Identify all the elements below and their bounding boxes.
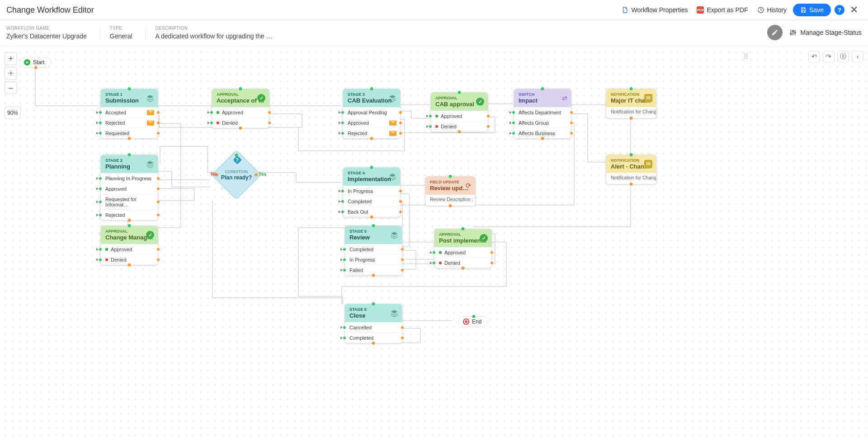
redo-button[interactable]: ↷: [823, 51, 835, 62]
layers-icon: [388, 94, 396, 102]
status-label: Completed: [348, 199, 372, 204]
status-label: Approved: [222, 110, 243, 115]
history-icon: [757, 6, 764, 14]
condition-node[interactable]: CONDITIONPlan ready?: [216, 154, 257, 195]
zoom-fit-button[interactable]: [5, 67, 17, 80]
stage2-node[interactable]: STAGE 2Planning Planning In ProgressAppr…: [100, 154, 158, 220]
page-title: Change Workflow Editor: [6, 5, 94, 15]
status-row[interactable]: Approved: [431, 111, 488, 121]
approval-acceptance-node[interactable]: APPROVALAcceptance of the… ApprovedDenie…: [212, 89, 269, 128]
pencil-icon: [771, 29, 778, 36]
status-label: Approved: [348, 120, 369, 126]
pdf-icon: PDF: [697, 6, 704, 14]
description-value: A dedicated workflow for upgrading the …: [156, 33, 273, 40]
status-row[interactable]: Approved: [212, 107, 269, 117]
zoom-in-button[interactable]: +: [5, 52, 17, 65]
status-row[interactable]: In Progress: [343, 186, 400, 196]
clear-button[interactable]: ⓧ: [837, 51, 849, 62]
stage1-node[interactable]: STAGE 1Submission AcceptedRejectedReques…: [100, 89, 158, 139]
canvas-wrap: + – 90% ⠿ ↶ ↷ ⓧ ‹: [0, 47, 868, 440]
status-row[interactable]: Rejected: [101, 117, 158, 128]
status-row[interactable]: Cancelled: [345, 322, 402, 332]
status-row[interactable]: Approved: [101, 244, 158, 254]
mail-icon: [644, 160, 652, 168]
export-pdf-button[interactable]: PDF Export as PDF: [692, 5, 752, 15]
status-row[interactable]: Approval Pending: [343, 107, 400, 117]
status-label: Approved: [444, 250, 466, 255]
check-icon: [476, 98, 484, 106]
history-button[interactable]: History: [753, 5, 792, 15]
status-row[interactable]: Requested for Informat…: [101, 194, 158, 210]
status-row[interactable]: Completed: [343, 196, 400, 206]
status-label: Approved: [441, 113, 462, 119]
status-row[interactable]: Planning In Progress: [101, 173, 158, 183]
status-label: Approved: [105, 186, 127, 192]
start-node[interactable]: Start: [20, 57, 51, 68]
switch-node[interactable]: SWITCHImpact⇄ Affects DepartmentAffects …: [514, 89, 571, 139]
workflow-canvas[interactable]: + – 90% ⠿ ↶ ↷ ⓧ ‹: [0, 47, 868, 440]
svg-point-1: [792, 31, 793, 32]
stage3-node[interactable]: STAGE 3CAB Evaluation Approval PendingAp…: [343, 89, 401, 139]
status-label: Affects Department: [519, 110, 561, 115]
mail-icon: [644, 94, 652, 102]
status-label: In Progress: [348, 188, 373, 194]
layers-icon: [388, 173, 396, 181]
status-label: Approval Pending: [348, 110, 387, 115]
notification1-node[interactable]: NOTIFICATIONMajor IT change Notification…: [606, 89, 656, 118]
notification2-node[interactable]: NOTIFICATIONAlert - Change in … Notifica…: [606, 154, 656, 184]
collapse-panel-button[interactable]: ‹: [852, 51, 863, 62]
refresh-icon: ⟳: [466, 182, 472, 190]
stage4-node[interactable]: STAGE 4Implementation In ProgressComplet…: [343, 167, 401, 217]
status-row[interactable]: Approved: [101, 183, 158, 194]
zoom-out-button[interactable]: –: [5, 81, 17, 94]
status-row[interactable]: Accepted: [101, 107, 158, 117]
status-label: Denied: [444, 260, 460, 266]
status-label: Completed: [349, 335, 373, 341]
status-label: Denied: [441, 124, 457, 129]
layers-icon: [146, 160, 154, 168]
stage5-node[interactable]: STAGE 5Review CompletedIn ProgressFailed: [344, 225, 402, 276]
field-update-node[interactable]: FIELD UPDATEReview updates⟳ Review Descr…: [425, 176, 476, 206]
status-row[interactable]: Affects Department: [514, 107, 571, 117]
close-button[interactable]: ✕: [846, 4, 862, 16]
switch-icon: ⇄: [562, 94, 567, 102]
document-icon: [621, 6, 628, 14]
zoom-value: 90%: [5, 107, 21, 119]
approval-cab-node[interactable]: APPROVALCAB approval ApprovedDenied: [430, 92, 488, 132]
svg-point-3: [10, 72, 12, 74]
sliders-icon: [789, 28, 797, 37]
status-label: Completed: [349, 247, 373, 252]
edit-button[interactable]: [767, 25, 783, 40]
approval-cm-node[interactable]: APPROVALChange Manager's… ApprovedDenied: [100, 225, 158, 265]
save-button[interactable]: Save: [793, 4, 831, 16]
save-icon: [800, 7, 807, 13]
workflow-properties-button[interactable]: Workflow Properties: [617, 5, 692, 15]
app-header: Change Workflow Editor Workflow Properti…: [0, 0, 868, 20]
status-row[interactable]: Approved: [434, 247, 491, 257]
stage6-node[interactable]: STAGE 6Close CancelledCompleted: [344, 304, 402, 343]
undo-button[interactable]: ↶: [808, 51, 820, 62]
end-node[interactable]: End: [459, 316, 488, 327]
check-icon: [257, 94, 265, 102]
status-label: Planning In Progress: [105, 176, 151, 181]
layers-icon: [146, 94, 154, 102]
status-label: In Progress: [349, 257, 375, 262]
description-label: DESCRIPTION: [156, 26, 273, 31]
status-label: Affects Group: [519, 120, 549, 126]
status-row[interactable]: Affects Group: [514, 117, 571, 128]
status-label: Requested for Informat…: [105, 197, 153, 207]
help-button[interactable]: ?: [835, 5, 844, 15]
drag-handle-icon[interactable]: ⠿: [741, 51, 751, 62]
status-label: Denied: [222, 120, 238, 126]
zoom-panel: + – 90%: [5, 52, 21, 119]
workflow-name-value: Zylker's Datacenter Upgrade: [6, 33, 87, 40]
status-row[interactable]: Completed: [345, 244, 402, 254]
mail-icon: [147, 120, 154, 126]
approval-post-impl-node[interactable]: APPROVALPost implementat… ApprovedDenied: [434, 229, 492, 268]
status-row[interactable]: Approved: [343, 117, 400, 128]
status-row[interactable]: In Progress: [345, 254, 402, 265]
mail-icon: [147, 110, 154, 115]
manage-stage-status-button[interactable]: Manage Stage-Status: [789, 28, 862, 37]
status-label: Rejected: [348, 131, 367, 136]
crosshair-icon: [8, 70, 14, 76]
